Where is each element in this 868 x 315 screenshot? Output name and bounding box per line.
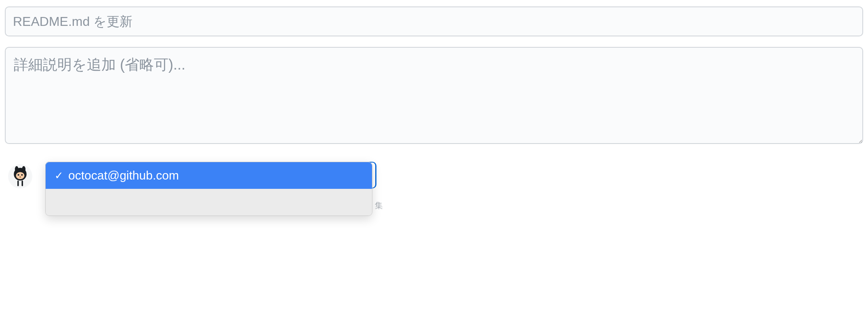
author-avatar [8,164,32,188]
author-email-dropdown[interactable]: ✓ octocat@github.com 集 [45,162,376,216]
svg-rect-9 [22,181,23,186]
dropdown-empty-area [46,189,372,216]
obscured-text-fragment: 集 [375,200,383,211]
svg-point-6 [21,174,23,175]
check-icon: ✓ [55,169,68,182]
dropdown-menu: ✓ octocat@github.com [45,162,372,216]
svg-rect-8 [17,181,19,186]
svg-point-5 [18,174,19,175]
svg-point-7 [19,177,21,178]
commit-summary-input[interactable] [5,6,863,36]
octocat-icon [9,165,32,188]
commit-form: ✓ octocat@github.com 集 [0,0,868,232]
commit-author-row: ✓ octocat@github.com 集 [5,162,863,216]
dropdown-option-label: octocat@github.com [68,169,179,182]
commit-description-textarea[interactable] [5,47,863,144]
dropdown-option-selected[interactable]: ✓ octocat@github.com [46,162,372,189]
svg-point-4 [16,172,25,180]
